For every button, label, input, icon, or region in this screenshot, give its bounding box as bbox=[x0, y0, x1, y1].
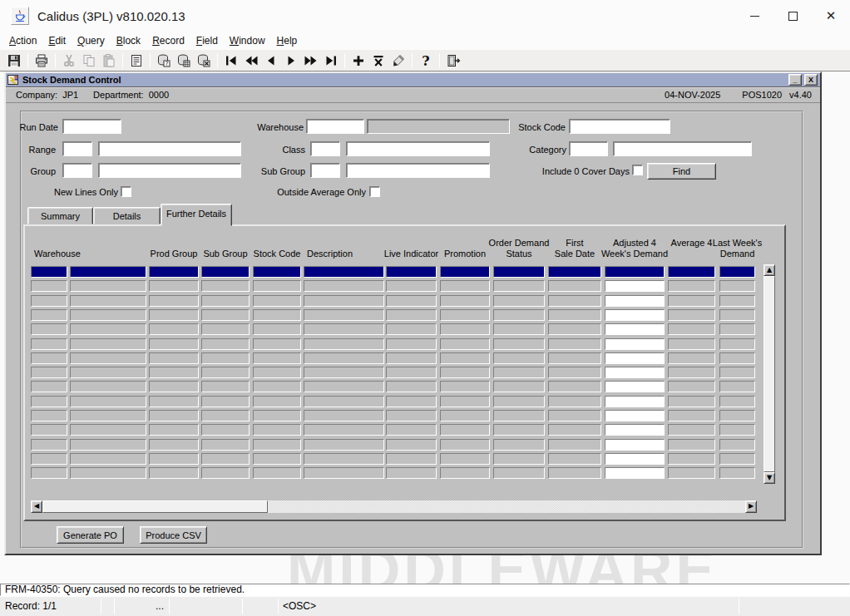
enter-query-button[interactable]: ? bbox=[154, 52, 174, 70]
grid-cell[interactable] bbox=[493, 439, 545, 451]
grid-cell[interactable] bbox=[605, 280, 665, 292]
grid-cell[interactable] bbox=[201, 453, 250, 465]
grid-cell[interactable] bbox=[201, 381, 250, 392]
grid-cell[interactable] bbox=[253, 309, 301, 321]
grid-cell[interactable] bbox=[719, 309, 755, 321]
save-button[interactable] bbox=[4, 52, 24, 70]
grid-cell[interactable] bbox=[201, 410, 250, 421]
lock-record-button[interactable] bbox=[388, 52, 408, 70]
grid-cell[interactable] bbox=[440, 266, 490, 278]
grid-cell[interactable] bbox=[70, 439, 146, 451]
grid-cell[interactable] bbox=[31, 396, 67, 407]
grid-cell[interactable] bbox=[605, 295, 665, 307]
grid-cell[interactable] bbox=[386, 323, 437, 335]
grid-cell[interactable] bbox=[386, 338, 437, 350]
grid-cell[interactable] bbox=[31, 309, 67, 321]
grid-cell[interactable] bbox=[605, 323, 665, 335]
grid-cell[interactable] bbox=[253, 467, 301, 479]
grid-cell[interactable] bbox=[386, 396, 437, 407]
grid-cell[interactable] bbox=[605, 467, 665, 479]
grid-cell[interactable] bbox=[548, 323, 601, 335]
grid-cell[interactable] bbox=[548, 309, 601, 321]
grid-cell[interactable] bbox=[493, 467, 545, 479]
grid-cell[interactable] bbox=[493, 309, 545, 321]
grid-cell[interactable] bbox=[719, 280, 755, 292]
grid-cell[interactable] bbox=[70, 396, 146, 407]
grid-cell[interactable] bbox=[719, 381, 755, 392]
grid-cell[interactable] bbox=[668, 439, 715, 451]
cancel-query-button[interactable] bbox=[194, 52, 214, 70]
grid-cell[interactable] bbox=[440, 396, 490, 407]
exit-button[interactable] bbox=[443, 52, 463, 70]
grid-cell[interactable] bbox=[440, 352, 490, 364]
grid-cell[interactable] bbox=[668, 309, 715, 321]
grid-cell[interactable] bbox=[70, 453, 146, 465]
grid-cell[interactable] bbox=[253, 338, 301, 350]
grid-cell[interactable] bbox=[440, 424, 490, 436]
grid-cell[interactable] bbox=[201, 309, 250, 321]
grid-cell[interactable] bbox=[548, 410, 601, 421]
grid-cell[interactable] bbox=[149, 280, 199, 292]
grid-cell[interactable] bbox=[548, 367, 601, 378]
grid-cell[interactable] bbox=[304, 323, 384, 335]
grid-cell[interactable] bbox=[493, 338, 545, 350]
grid-cell[interactable] bbox=[719, 295, 755, 307]
grid-cell[interactable] bbox=[149, 266, 199, 278]
grid-cell[interactable] bbox=[493, 367, 545, 378]
grid-cell[interactable] bbox=[440, 410, 490, 421]
grid-cell[interactable] bbox=[493, 381, 545, 392]
first-record-button[interactable] bbox=[221, 52, 241, 70]
grid-cell[interactable] bbox=[149, 295, 199, 307]
grid-cell[interactable] bbox=[605, 424, 665, 436]
grid-cell[interactable] bbox=[70, 295, 146, 307]
grid-cell[interactable] bbox=[70, 424, 146, 436]
grid-cell[interactable] bbox=[304, 309, 384, 321]
produce-csv-button[interactable]: Produce CSV bbox=[140, 526, 207, 544]
grid-cell[interactable] bbox=[386, 352, 437, 364]
grid-cell[interactable] bbox=[668, 266, 715, 278]
grid-cell[interactable] bbox=[70, 309, 146, 321]
grid-cell[interactable] bbox=[201, 367, 250, 378]
last-record-button[interactable] bbox=[321, 52, 341, 70]
grid-cell[interactable] bbox=[493, 410, 545, 421]
grid-cell[interactable] bbox=[386, 467, 437, 479]
inner-window-titlebar[interactable]: Stock Demand Control _ X bbox=[6, 73, 820, 87]
grid-cell[interactable] bbox=[668, 424, 715, 436]
grid-cell[interactable] bbox=[149, 367, 199, 378]
generate-po-button[interactable]: Generate PO bbox=[57, 526, 124, 544]
include-zero-cover-days-checkbox[interactable] bbox=[632, 165, 643, 175]
menu-block[interactable]: Block bbox=[111, 33, 146, 48]
grid-cell[interactable] bbox=[149, 338, 199, 350]
grid-cell[interactable] bbox=[719, 352, 755, 364]
grid-cell[interactable] bbox=[253, 453, 301, 465]
grid-cell[interactable] bbox=[149, 424, 199, 436]
grid-cell[interactable] bbox=[253, 424, 301, 436]
grid-cell[interactable] bbox=[31, 424, 67, 436]
grid-cell[interactable] bbox=[31, 280, 67, 292]
stock-code-field[interactable] bbox=[569, 119, 670, 134]
grid-cell[interactable] bbox=[548, 338, 601, 350]
grid-cell[interactable] bbox=[304, 367, 384, 378]
grid-cell[interactable] bbox=[668, 396, 715, 407]
group-code-field[interactable] bbox=[62, 163, 92, 178]
grid-cell[interactable] bbox=[548, 266, 601, 278]
grid-cell[interactable] bbox=[31, 453, 67, 465]
horizontal-scrollbar-thumb[interactable] bbox=[42, 500, 268, 513]
grid-cell[interactable] bbox=[719, 396, 755, 407]
grid-cell[interactable] bbox=[386, 439, 437, 451]
grid-cell[interactable] bbox=[605, 266, 665, 278]
grid-cell[interactable] bbox=[440, 439, 490, 451]
group-description-field[interactable] bbox=[98, 163, 241, 178]
new-lines-only-checkbox[interactable] bbox=[121, 186, 131, 197]
grid-cell[interactable] bbox=[605, 396, 665, 407]
grid-cell[interactable] bbox=[304, 338, 384, 350]
grid-cell[interactable] bbox=[548, 295, 601, 307]
grid-cell[interactable] bbox=[386, 410, 437, 421]
grid-cell[interactable] bbox=[304, 396, 384, 407]
grid-cell[interactable] bbox=[253, 266, 301, 278]
execute-query-button[interactable] bbox=[174, 52, 194, 70]
grid-cell[interactable] bbox=[668, 352, 715, 364]
grid-cell[interactable] bbox=[493, 424, 545, 436]
grid-cell[interactable] bbox=[31, 439, 67, 451]
grid-cell[interactable] bbox=[386, 309, 437, 321]
